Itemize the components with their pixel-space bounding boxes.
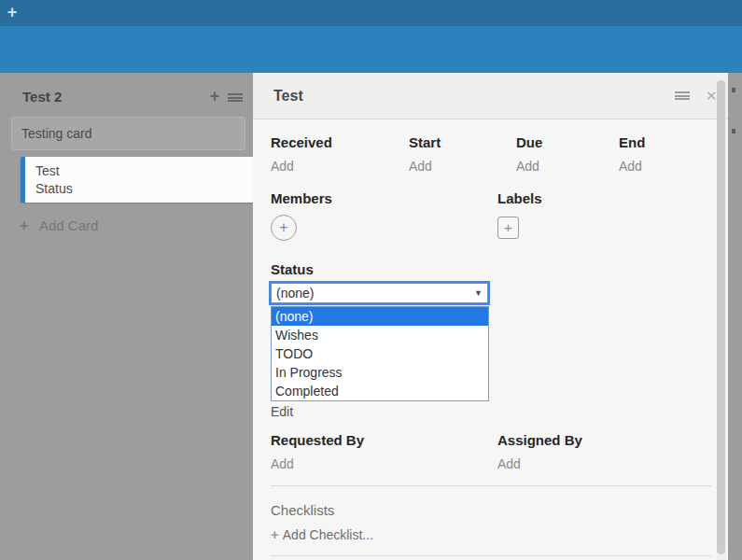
- clipped-board-element: [732, 88, 735, 92]
- status-option-todo[interactable]: TODO: [272, 344, 488, 363]
- members-labels-row: Members + Labels +: [271, 190, 717, 241]
- status-options-list: (none) Wishes TODO In Progress Completed: [271, 306, 489, 401]
- top-navbar: +: [0, 0, 742, 26]
- app-window: + Test 2 + Testing card Test Status +Add…: [0, 0, 742, 560]
- card-detail-title: Test: [273, 73, 303, 119]
- start-add-link[interactable]: Add: [409, 159, 516, 174]
- hamburger-menu-icon[interactable]: [675, 91, 690, 101]
- labels-label: Labels: [497, 190, 717, 206]
- card-testing-card[interactable]: Testing card: [11, 117, 245, 150]
- end-label: End: [619, 134, 712, 150]
- panel-scrollbar: [717, 73, 726, 560]
- assigned-by-label: Assigned By: [497, 432, 717, 448]
- received-add-link[interactable]: Add: [271, 159, 409, 174]
- board-background-strip: [728, 73, 742, 560]
- end-add-link[interactable]: Add: [619, 159, 712, 174]
- requested-by-label: Requested By: [271, 432, 497, 448]
- checklists-label: Checklists: [271, 502, 334, 518]
- scrollbar-thumb[interactable]: [717, 80, 725, 554]
- received-label: Received: [271, 134, 409, 150]
- add-card-button[interactable]: +Add Card: [20, 217, 98, 234]
- add-checklist-label: Add Checklist...: [283, 527, 373, 542]
- plus-icon: +: [271, 526, 279, 542]
- card-title: Test: [35, 162, 254, 180]
- status-select[interactable]: (none) ▼: [271, 283, 488, 303]
- list-add-icon[interactable]: +: [206, 88, 223, 105]
- dates-row: Received Add Start Add Due Add End Add: [271, 134, 717, 174]
- status-edit-link[interactable]: Edit: [271, 404, 293, 419]
- status-option-none[interactable]: (none): [272, 307, 488, 326]
- card-subtitle: Status: [35, 180, 254, 198]
- add-board-icon[interactable]: +: [3, 3, 21, 21]
- status-option-wishes[interactable]: Wishes: [272, 326, 488, 344]
- list-menu-icon[interactable]: [228, 93, 243, 102]
- requested-assigned-row: Requested By Add Assigned By Add: [271, 432, 717, 471]
- card-test-selected[interactable]: Test Status: [21, 157, 254, 203]
- requested-by-add-link[interactable]: Add: [271, 456, 497, 471]
- board-header-bar: [0, 26, 742, 73]
- section-divider: [271, 555, 711, 556]
- status-label: Status: [271, 261, 314, 277]
- status-select-value: (none): [276, 284, 314, 302]
- members-label: Members: [271, 190, 497, 206]
- assigned-by-add-link[interactable]: Add: [497, 456, 717, 471]
- list-title: Test 2: [22, 89, 62, 105]
- due-add-link[interactable]: Add: [516, 159, 619, 174]
- add-member-button[interactable]: +: [271, 215, 297, 241]
- section-divider: [271, 485, 711, 486]
- add-card-label: Add Card: [39, 217, 98, 233]
- card-detail-panel: Test ✕ Received Add Start Add Due Add En…: [253, 73, 728, 560]
- status-option-completed[interactable]: Completed: [272, 382, 488, 400]
- start-label: Start: [409, 134, 516, 150]
- add-checklist-link[interactable]: +Add Checklist...: [271, 526, 373, 542]
- add-label-button[interactable]: +: [497, 217, 519, 239]
- dropdown-arrow-icon: ▼: [474, 284, 483, 302]
- status-option-in-progress[interactable]: In Progress: [272, 363, 488, 382]
- plus-icon: +: [20, 217, 33, 234]
- clipped-board-element: [732, 129, 735, 133]
- panel-header: Test ✕: [253, 73, 728, 119]
- due-label: Due: [516, 134, 619, 150]
